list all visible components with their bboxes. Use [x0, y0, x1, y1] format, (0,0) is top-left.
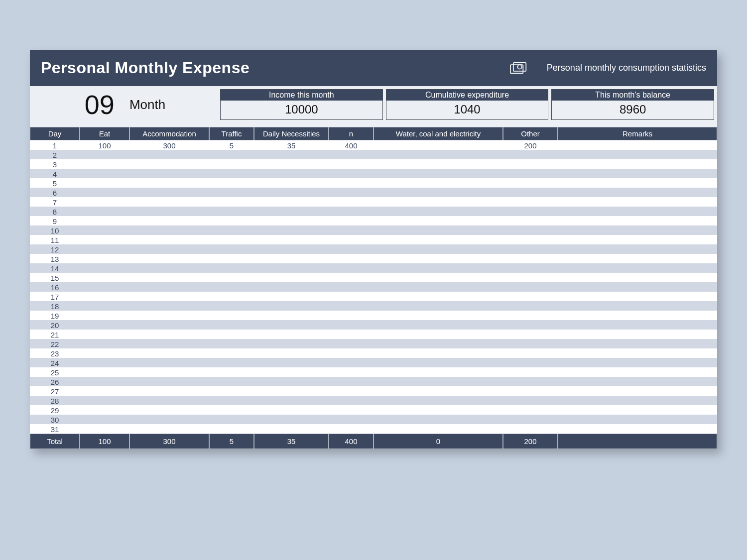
- cell-rem[interactable]: [558, 396, 717, 405]
- cell-day[interactable]: 20: [30, 320, 80, 330]
- cell-n[interactable]: [329, 367, 374, 377]
- cell-oth[interactable]: [503, 405, 558, 415]
- cell-traf[interactable]: [209, 367, 254, 377]
- cell-day[interactable]: 4: [30, 169, 80, 178]
- cell-rem[interactable]: [558, 415, 717, 424]
- cell-traf[interactable]: [209, 235, 254, 244]
- cell-oth[interactable]: [503, 178, 558, 188]
- cell-traf[interactable]: [209, 396, 254, 405]
- cell-oth[interactable]: [503, 225, 558, 235]
- cell-wce[interactable]: [374, 188, 503, 197]
- cell-day[interactable]: 5: [30, 178, 80, 188]
- cell-wce[interactable]: [374, 339, 503, 348]
- cell-day[interactable]: 9: [30, 216, 80, 225]
- cell-wce[interactable]: [374, 235, 503, 244]
- table-row[interactable]: 7: [30, 197, 717, 207]
- cell-oth[interactable]: [503, 169, 558, 178]
- cell-traf[interactable]: [209, 207, 254, 216]
- cell-wce[interactable]: [374, 424, 503, 434]
- cell-dn[interactable]: [254, 159, 329, 169]
- cell-eat[interactable]: [80, 178, 129, 188]
- cell-wce[interactable]: [374, 396, 503, 405]
- cell-oth[interactable]: [503, 348, 558, 358]
- cell-acc[interactable]: [129, 216, 209, 225]
- cell-traf[interactable]: [209, 415, 254, 424]
- cell-rem[interactable]: [558, 320, 717, 330]
- cell-dn[interactable]: [254, 377, 329, 386]
- cell-oth[interactable]: 200: [503, 140, 558, 150]
- cell-n[interactable]: [329, 377, 374, 386]
- cell-rem[interactable]: [558, 235, 717, 244]
- cell-eat[interactable]: [80, 282, 129, 292]
- cell-eat[interactable]: [80, 396, 129, 405]
- cell-oth[interactable]: [503, 273, 558, 282]
- cell-eat[interactable]: [80, 235, 129, 244]
- cell-traf[interactable]: [209, 339, 254, 348]
- cell-eat[interactable]: [80, 188, 129, 197]
- cell-traf[interactable]: [209, 178, 254, 188]
- cell-traf[interactable]: [209, 197, 254, 207]
- cell-wce[interactable]: [374, 244, 503, 254]
- cell-rem[interactable]: [558, 254, 717, 263]
- cell-dn[interactable]: [254, 282, 329, 292]
- cell-oth[interactable]: [503, 263, 558, 273]
- cell-rem[interactable]: [558, 216, 717, 225]
- cell-wce[interactable]: [374, 348, 503, 358]
- cell-oth[interactable]: [503, 150, 558, 159]
- cell-rem[interactable]: [558, 301, 717, 311]
- cell-day[interactable]: 7: [30, 197, 80, 207]
- cell-dn[interactable]: [254, 273, 329, 282]
- cell-rem[interactable]: [558, 377, 717, 386]
- cell-n[interactable]: [329, 263, 374, 273]
- cell-oth[interactable]: [503, 207, 558, 216]
- cell-day[interactable]: 8: [30, 207, 80, 216]
- cell-traf[interactable]: [209, 225, 254, 235]
- cell-eat[interactable]: [80, 311, 129, 320]
- cell-acc[interactable]: [129, 367, 209, 377]
- table-row[interactable]: 9: [30, 216, 717, 225]
- cell-oth[interactable]: [503, 159, 558, 169]
- table-row[interactable]: 1100300535400200: [30, 140, 717, 150]
- cell-wce[interactable]: [374, 169, 503, 178]
- cell-wce[interactable]: [374, 207, 503, 216]
- table-row[interactable]: 12: [30, 244, 717, 254]
- cell-rem[interactable]: [558, 339, 717, 348]
- cell-dn[interactable]: [254, 339, 329, 348]
- cell-oth[interactable]: [503, 424, 558, 434]
- cell-dn[interactable]: [254, 330, 329, 339]
- cell-rem[interactable]: [558, 150, 717, 159]
- cell-day[interactable]: 1: [30, 140, 80, 150]
- cell-acc[interactable]: [129, 405, 209, 415]
- cell-day[interactable]: 18: [30, 301, 80, 311]
- table-row[interactable]: 29: [30, 405, 717, 415]
- cell-traf[interactable]: [209, 377, 254, 386]
- cell-oth[interactable]: [503, 396, 558, 405]
- cell-wce[interactable]: [374, 358, 503, 367]
- cell-traf[interactable]: [209, 358, 254, 367]
- cell-day[interactable]: 27: [30, 386, 80, 396]
- cell-oth[interactable]: [503, 339, 558, 348]
- cell-oth[interactable]: [503, 216, 558, 225]
- cell-oth[interactable]: [503, 301, 558, 311]
- cell-n[interactable]: [329, 235, 374, 244]
- cell-traf[interactable]: [209, 424, 254, 434]
- table-row[interactable]: 14: [30, 263, 717, 273]
- cell-acc[interactable]: [129, 169, 209, 178]
- cell-day[interactable]: 31: [30, 424, 80, 434]
- table-row[interactable]: 8: [30, 207, 717, 216]
- cell-traf[interactable]: [209, 292, 254, 301]
- cell-eat[interactable]: [80, 377, 129, 386]
- cell-acc[interactable]: [129, 263, 209, 273]
- cell-rem[interactable]: [558, 358, 717, 367]
- cell-traf[interactable]: [209, 311, 254, 320]
- cell-n[interactable]: [329, 244, 374, 254]
- cell-acc[interactable]: [129, 311, 209, 320]
- cell-acc[interactable]: [129, 197, 209, 207]
- cell-acc[interactable]: [129, 330, 209, 339]
- cell-dn[interactable]: [254, 311, 329, 320]
- cell-dn[interactable]: [254, 178, 329, 188]
- cell-traf[interactable]: [209, 263, 254, 273]
- cell-acc[interactable]: [129, 377, 209, 386]
- cell-day[interactable]: 16: [30, 282, 80, 292]
- table-row[interactable]: 17: [30, 292, 717, 301]
